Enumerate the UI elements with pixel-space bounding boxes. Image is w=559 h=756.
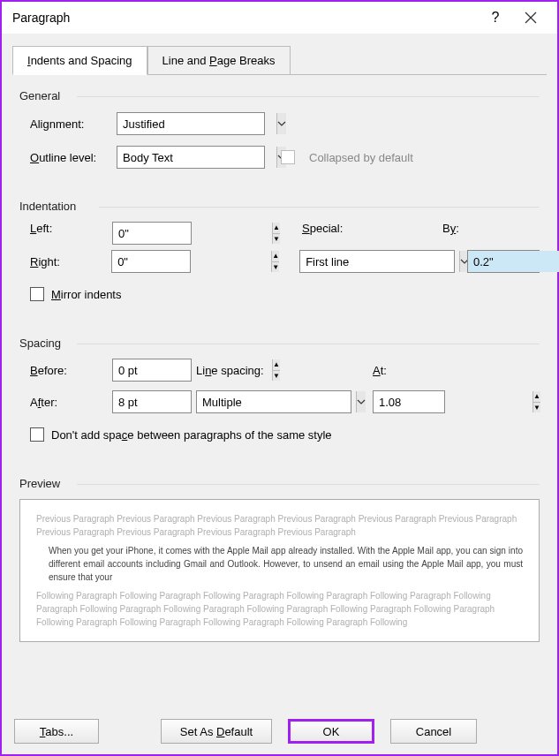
- after-label: After:: [19, 396, 112, 409]
- spin-up-icon[interactable]: ▲: [533, 391, 540, 403]
- line-spacing-value[interactable]: [197, 391, 356, 412]
- no-add-space-label: Don't add space between paragraphs of th…: [51, 428, 332, 442]
- titlebar: Paragraph ?: [2, 2, 557, 34]
- alignment-value[interactable]: [117, 113, 276, 134]
- collapsed-label: Collapsed by default: [309, 151, 413, 164]
- left-label: Left:: [19, 222, 112, 245]
- right-label: Right:: [19, 255, 111, 268]
- ok-button[interactable]: OK: [288, 719, 374, 744]
- special-value[interactable]: [300, 251, 459, 272]
- close-icon[interactable]: [513, 4, 548, 31]
- no-add-space-checkbox[interactable]: [30, 427, 44, 442]
- at-spinner[interactable]: ▲▼: [373, 390, 445, 413]
- left-spinner[interactable]: ▲▼: [112, 222, 192, 245]
- section-indentation: Indentation: [19, 200, 540, 213]
- set-default-button[interactable]: Set As Default: [161, 719, 272, 744]
- preview-box: Previous Paragraph Previous Paragraph Pr…: [19, 499, 540, 642]
- special-combo[interactable]: [299, 250, 455, 273]
- right-spinner[interactable]: ▲▼: [111, 250, 191, 273]
- before-spinner[interactable]: ▲▼: [112, 359, 192, 382]
- line-spacing-label: Line spacing:: [196, 364, 302, 377]
- mirror-label: Mirror indents: [51, 288, 121, 301]
- after-spinner[interactable]: ▲▼: [112, 390, 192, 413]
- at-value[interactable]: [374, 391, 533, 412]
- line-spacing-combo[interactable]: [196, 390, 351, 413]
- special-label: Special:: [196, 222, 442, 245]
- right-value[interactable]: [112, 251, 271, 272]
- before-label: Before:: [19, 364, 112, 377]
- chevron-down-icon[interactable]: [356, 391, 366, 412]
- alignment-label: Alignment:: [19, 117, 117, 131]
- paragraph-dialog: Paragraph ? Indents and Spacing Line and…: [0, 0, 559, 756]
- spin-down-icon[interactable]: ▼: [533, 403, 540, 413]
- outline-value[interactable]: [117, 147, 276, 168]
- tab-strip: Indents and Spacing Line and Page Breaks: [12, 46, 547, 75]
- help-icon[interactable]: ?: [478, 4, 513, 31]
- dialog-title: Paragraph: [12, 11, 478, 25]
- spin-down-icon[interactable]: ▼: [272, 262, 279, 273]
- by-spinner[interactable]: ▲▼: [467, 250, 540, 273]
- spin-up-icon[interactable]: ▲: [272, 251, 279, 262]
- section-preview: Preview: [19, 477, 540, 490]
- outline-combo[interactable]: [117, 146, 265, 169]
- alignment-combo[interactable]: [117, 112, 265, 135]
- preview-sample: When you get your iPhone, it comes with …: [36, 544, 523, 584]
- section-spacing: Spacing: [19, 336, 540, 350]
- by-value[interactable]: [468, 251, 559, 272]
- preview-following: Following Paragraph Following Paragraph …: [36, 589, 523, 629]
- chevron-down-icon[interactable]: [276, 113, 286, 134]
- section-general: General: [19, 89, 540, 102]
- mirror-checkbox[interactable]: [30, 287, 44, 301]
- tab-line-page-breaks[interactable]: Line and Page Breaks: [147, 46, 291, 75]
- by-label: By:: [442, 222, 540, 245]
- collapsed-checkbox: [281, 150, 295, 164]
- cancel-button[interactable]: Cancel: [390, 719, 477, 744]
- preview-previous: Previous Paragraph Previous Paragraph Pr…: [36, 512, 523, 539]
- outline-label: Outline level:: [19, 151, 117, 164]
- button-bar: Tabs... Set As Default OK Cancel: [2, 708, 557, 754]
- tab-indents-spacing[interactable]: Indents and Spacing: [12, 46, 147, 75]
- at-label: At:: [373, 364, 387, 377]
- tabs-button[interactable]: Tabs...: [14, 719, 99, 744]
